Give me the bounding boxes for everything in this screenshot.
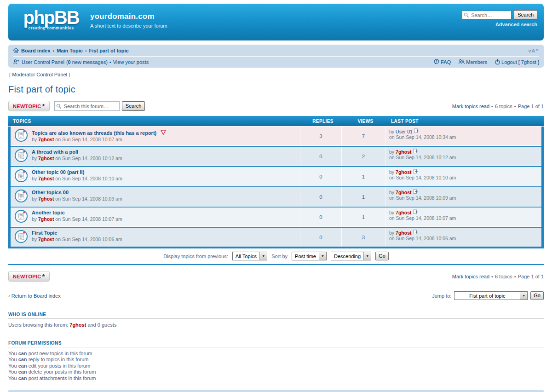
last-post-author-link[interactable]: User 01 [396,129,413,134]
topic-cell: * Other topics 00 by 7ghost on Sun Sep 1… [11,187,300,206]
breadcrumb-row: Board index ‹ Main Topic ‹ Fist part of … [13,45,539,56]
topic-list-panel: TOPICS REPLIES VIEWS LAST POST * Topi [8,116,544,248]
goto-last-post-icon[interactable] [413,149,418,155]
header-last-post: LAST POST [387,119,544,124]
members-icon [458,59,465,65]
topic-author-link[interactable]: 7ghost [38,196,54,202]
topic-author-link[interactable]: 7ghost [38,236,54,242]
mcp-link[interactable]: Moderator Control Panel [12,72,67,77]
permission-line: You can delete your posts in this forum [8,369,544,375]
ucp-link[interactable]: User Control Panel [22,59,64,65]
header-replies: REPLIES [302,119,344,124]
last-post-time: on Sun Sep 14, 2008 10:12 am [389,155,538,160]
sort-by-label: Sort by [271,254,288,259]
logout-group[interactable]: Logout [ 7ghost ] [494,59,539,66]
last-post-author-link[interactable]: 7ghost [396,190,411,195]
header-search-button[interactable]: Search [514,10,537,20]
page-indicator: Page 1 of 1 [518,274,544,279]
topic-author-link[interactable]: 7ghost [38,137,54,142]
display-topics-select[interactable]: All Topics▼ [232,252,267,260]
jump-to-select[interactable]: Fist part of topic▼ [454,291,528,300]
topic-title-link[interactable]: Other topic 00 (part II) [32,169,84,175]
topic-title-link[interactable]: First Topic [32,230,57,236]
goto-last-post-icon[interactable] [414,128,419,134]
new-topic-button[interactable]: NEWTOPIC* [8,101,50,111]
advanced-search-link[interactable]: Advanced search [495,22,537,27]
last-post-author-link[interactable]: 7ghost [396,149,411,155]
topic-byline: by 7ghost on Sun Sep 14, 2008 10:12 am [32,156,122,161]
logout-link[interactable]: Logout [ 7ghost ] [501,59,539,65]
forum-permissions-list: You can post new topics in this forum Yo… [8,351,544,382]
topic-title-link[interactable]: Another topic [32,210,65,215]
bullet-separator: • [109,59,111,65]
bottom-nav: ‹Return to Board index Jump to: Fist par… [8,291,544,300]
sort-field-select[interactable]: Post time▼ [292,252,327,260]
topic-cell: * Topics are also known as threads (this… [11,127,300,145]
site-header: phpBB creating communities yourdomain.co… [8,4,544,40]
breadcrumb-current-forum[interactable]: Fist part of topic [89,48,129,53]
breadcrumb-board-index[interactable]: Board index [21,48,51,53]
last-post-time: on Sun Sep 14, 2008 10:07 am [389,215,538,221]
phpbb-logo[interactable]: phpBB creating communities [17,7,86,30]
online-user-link[interactable]: 7ghost [69,322,86,328]
header-search-input[interactable] [462,11,512,19]
topic-row: * First Topic by 7ghost on Sun Sep 14, 2… [11,227,541,247]
last-post-author-link[interactable]: 7ghost [396,169,411,175]
search-icon [464,12,469,19]
topic-author-link[interactable]: 7ghost [38,176,54,181]
faq-group[interactable]: ? FAQ [434,59,451,65]
members-group[interactable]: Members [458,59,487,65]
sort-bar: Display topics from previous: All Topics… [8,248,544,264]
last-post-cell: by User 01 on Sun Sep 14, 2008 10:34 am [385,127,541,145]
topic-author-link[interactable]: 7ghost [38,216,54,222]
topic-icon: * [14,128,28,143]
phpbb-logo-text: phpBB [17,7,86,28]
return-board-index-link[interactable]: ‹Return to Board index [8,293,61,299]
topic-cell: * Another topic by 7ghost on Sun Sep 14,… [11,208,300,226]
permission-line: You can post new topics in this forum [8,351,544,357]
chevron-down-icon: ▼ [319,252,326,260]
last-post-author-link[interactable]: 7ghost [396,230,411,236]
display-topics-label: Display topics from previous: [163,254,228,259]
last-post-author-link[interactable]: 7ghost [396,210,411,215]
topic-title-link[interactable]: A thread with a poll [32,149,78,155]
user-links-row: User Control Panel (0 new messages) • Vi… [13,56,539,68]
views-count: 7 [341,127,385,145]
site-description: A short text to describe your forum [90,23,167,29]
topic-title-link[interactable]: Topics are also known as threads (this h… [32,130,156,136]
topic-title-link[interactable]: Other topics 00 [32,190,69,195]
topic-count: 6 topics [495,104,512,109]
faq-link[interactable]: FAQ [441,59,451,65]
chevron-down-icon: ▼ [259,252,267,260]
topic-icon: * [14,169,28,184]
font-size-control[interactable]: vA^ [529,48,540,53]
home-icon [13,47,19,54]
goto-last-post-icon[interactable] [413,169,418,175]
breadcrumb-main-topic[interactable]: Main Topic [57,48,83,53]
forum-search-input[interactable] [54,101,120,111]
view-your-posts-link[interactable]: View your posts [113,59,149,65]
topic-icon: * [14,230,28,244]
sort-direction-select[interactable]: Descending▼ [331,252,371,260]
new-topic-button[interactable]: NEWTOPIC* [8,271,50,282]
forum-search-button[interactable]: Search [122,101,145,111]
permission-line: You can edit your posts in this forum [8,363,544,369]
question-icon: ? [434,59,440,65]
mark-topics-read-link[interactable]: Mark topics read [452,274,489,279]
who-is-online-section: WHO IS ONLINE Users browsing this forum:… [8,312,544,329]
topic-author-link[interactable]: 7ghost [38,156,54,161]
jump-go-button[interactable]: Go [530,291,544,300]
goto-last-post-icon[interactable] [413,209,418,215]
header-search-box [462,11,512,19]
sort-go-button[interactable]: Go [375,252,389,260]
goto-last-post-icon[interactable] [413,230,418,236]
svg-text:*: * [23,231,25,237]
mark-topics-read-link[interactable]: Mark topics read [452,104,489,109]
star-icon: * [42,274,45,279]
last-post-cell: by 7ghost on Sun Sep 14, 2008 10:06 am [385,228,541,247]
topic-byline: by 7ghost on Sun Sep 14, 2008 10:09 am [32,196,122,202]
goto-last-post-icon[interactable] [413,189,418,195]
who-is-online-title: WHO IS ONLINE [8,312,544,319]
forum-permissions-section: FORUM PERMISSIONS You can post new topic… [8,340,544,382]
members-link[interactable]: Members [466,59,487,65]
